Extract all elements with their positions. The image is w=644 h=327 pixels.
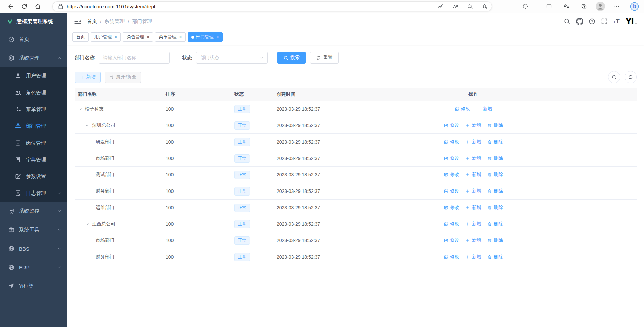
sidebar-item-param-settings[interactable]: 参数设置 xyxy=(0,168,67,185)
expand-collapse-button[interactable]: 展开/折叠 xyxy=(105,72,141,83)
op-edit-link[interactable]: 修改 xyxy=(444,122,459,128)
favorites-icon[interactable] xyxy=(561,1,572,12)
refresh-circle-icon[interactable] xyxy=(625,71,637,83)
reload-icon[interactable] xyxy=(17,1,31,12)
sidebar-item-bbs[interactable]: BBS xyxy=(0,239,67,258)
sidebar-item-user-management[interactable]: 用户管理 xyxy=(0,67,67,84)
profile-avatar-icon[interactable] xyxy=(596,2,605,11)
extensions-icon[interactable] xyxy=(519,1,531,12)
op-edit-link[interactable]: 修改 xyxy=(444,172,459,178)
op-edit-link[interactable]: 修改 xyxy=(444,221,459,227)
sidebar-item-erp[interactable]: ERP xyxy=(0,258,67,277)
font-size-icon[interactable]: TT xyxy=(613,18,621,25)
favorite-add-icon[interactable] xyxy=(480,2,490,11)
search-circle-icon[interactable] xyxy=(608,71,620,83)
op-delete-link[interactable]: 删除 xyxy=(487,237,503,243)
op-add-link[interactable]: 新增 xyxy=(465,254,481,260)
reset-button[interactable]: 重置 xyxy=(310,52,339,64)
sidebar-item-dict-management[interactable]: 字典管理 xyxy=(0,151,67,168)
edit-icon xyxy=(444,189,448,194)
dept-name-input[interactable] xyxy=(99,52,170,64)
sidebar-item-menu-management[interactable]: 菜单管理 xyxy=(0,101,67,118)
op-edit-link[interactable]: 修改 xyxy=(455,106,470,112)
op-label: 新增 xyxy=(472,122,481,128)
op-add-link[interactable]: 新增 xyxy=(477,106,492,112)
tab-dept-management[interactable]: 部门管理× xyxy=(188,32,223,42)
tab-label: 部门管理 xyxy=(196,34,214,40)
address-bar-actions xyxy=(431,2,490,11)
op-delete-link[interactable]: 删除 xyxy=(487,122,503,128)
fullscreen-icon[interactable] xyxy=(601,18,608,25)
sidebar-item-role-management[interactable]: 角色管理 xyxy=(0,84,67,101)
url-text[interactable]: https://ccnetcore.com:1101/system/dept xyxy=(67,4,155,9)
op-add-link[interactable]: 新增 xyxy=(465,172,481,178)
op-add-link[interactable]: 新增 xyxy=(465,139,481,145)
op-delete-link[interactable]: 删除 xyxy=(487,172,503,178)
op-add-link[interactable]: 新增 xyxy=(465,188,481,194)
tab-close-icon[interactable]: × xyxy=(114,35,117,39)
op-add-link[interactable]: 新增 xyxy=(465,122,481,128)
expand-arrow-icon[interactable] xyxy=(85,123,89,128)
tab-role-management[interactable]: 角色管理× xyxy=(123,32,153,42)
breadcrumb-dept: 部门管理 xyxy=(132,18,152,25)
tab-close-icon[interactable]: × xyxy=(147,35,149,39)
github-icon[interactable] xyxy=(576,18,583,25)
op-add-link[interactable]: 新增 xyxy=(465,237,481,243)
user-logo-avatar[interactable]: Yi xyxy=(625,17,633,26)
tab-close-icon[interactable]: × xyxy=(179,35,182,39)
sidebar-item-system-management[interactable]: 系统管理 xyxy=(0,49,67,67)
search-button[interactable]: 搜索 xyxy=(277,52,306,64)
op-edit-link[interactable]: 修改 xyxy=(444,205,459,211)
op-edit-link[interactable]: 修改 xyxy=(444,254,459,260)
op-delete-link[interactable]: 删除 xyxy=(487,254,503,260)
op-add-link[interactable]: 新增 xyxy=(465,155,481,161)
split-screen-icon[interactable] xyxy=(543,1,555,12)
zoom-out-icon[interactable] xyxy=(465,2,475,11)
op-delete-link[interactable]: 删除 xyxy=(487,221,503,227)
tab-home[interactable]: 首页 xyxy=(72,32,89,42)
dept-name-cell: 市场部门 xyxy=(75,155,162,161)
tab-close-icon[interactable]: × xyxy=(216,35,219,39)
sidebar-item-system-monitor[interactable]: 系统监控 xyxy=(0,202,67,220)
collections-icon[interactable] xyxy=(578,1,590,12)
app-logo[interactable]: 意框架管理系统 xyxy=(0,13,67,30)
back-icon[interactable] xyxy=(4,1,17,12)
sidebar-item-system-tools[interactable]: 系统工具 xyxy=(0,220,67,239)
op-delete-link[interactable]: 删除 xyxy=(487,139,503,145)
tab-user-management[interactable]: 用户管理× xyxy=(91,32,121,42)
expand-arrow-icon[interactable] xyxy=(78,107,82,111)
sidebar-item-log-management[interactable]: 日志管理 xyxy=(0,185,67,202)
caret-down-icon[interactable] xyxy=(634,22,638,26)
key-icon[interactable] xyxy=(435,2,445,11)
op-delete-link[interactable]: 删除 xyxy=(487,188,503,194)
edit-icon xyxy=(444,222,448,226)
op-edit-link[interactable]: 修改 xyxy=(444,237,459,243)
sidebar-item-yi-framework[interactable]: Yi框架 xyxy=(0,277,67,295)
help-icon[interactable] xyxy=(588,18,596,25)
op-delete-link[interactable]: 删除 xyxy=(487,205,503,211)
op-delete-link[interactable]: 删除 xyxy=(487,155,503,161)
sidebar-item-home[interactable]: 首页 xyxy=(0,30,67,49)
tab-menu-management[interactable]: 菜单管理× xyxy=(155,32,185,42)
status-select[interactable]: 部门状态 xyxy=(196,52,268,64)
sidebar-item-dept-management[interactable]: 部门管理 xyxy=(0,118,67,134)
more-icon[interactable] xyxy=(611,1,623,12)
op-add-link[interactable]: 新增 xyxy=(465,205,481,211)
home-icon[interactable] xyxy=(31,1,44,12)
breadcrumb-home[interactable]: 首页 xyxy=(87,18,97,25)
op-edit-link[interactable]: 修改 xyxy=(444,155,459,161)
op-edit-link[interactable]: 修改 xyxy=(444,139,459,145)
expand-arrow-icon[interactable] xyxy=(85,222,89,226)
address-bar[interactable]: https://ccnetcore.com:1101/system/dept xyxy=(52,1,492,11)
op-label: 删除 xyxy=(494,172,503,178)
op-add-link[interactable]: 新增 xyxy=(465,221,481,227)
menu-fold-icon[interactable] xyxy=(73,17,82,26)
add-button[interactable]: 新增 xyxy=(75,72,101,83)
dept-name: 财务部门 xyxy=(96,254,114,260)
search-icon[interactable] xyxy=(563,18,571,25)
op-edit-link[interactable]: 修改 xyxy=(444,188,459,194)
read-aloud-icon[interactable] xyxy=(450,2,460,11)
sidebar-item-post-management[interactable]: 岗位管理 xyxy=(0,134,67,151)
bing-chat-icon[interactable]: b xyxy=(629,1,640,12)
created-time: 2023-03-29 18:52:37 xyxy=(273,139,354,145)
